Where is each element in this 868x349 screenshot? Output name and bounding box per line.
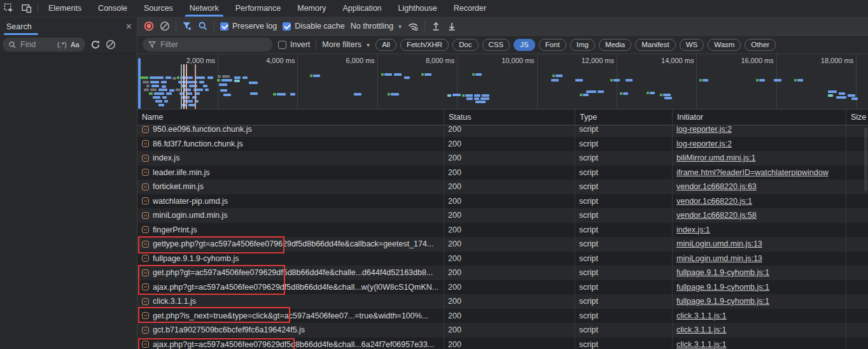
chevron-down-icon: ▾	[398, 23, 402, 30]
waterfall-bar	[794, 79, 797, 82]
initiator-link[interactable]: biliMirror.umd.mini.js:1	[676, 153, 755, 162]
initiator-link[interactable]: index.js:1	[676, 225, 710, 234]
table-scrollbar-thumb[interactable]	[864, 127, 867, 191]
initiator-link[interactable]: miniLogin.umd.min.js:13	[676, 254, 762, 263]
disable-cache-toggle[interactable]: Disable cache	[283, 22, 345, 31]
filter-chip-media[interactable]: Media	[599, 39, 631, 51]
initiator-link[interactable]: fullpage.9.1.9-cyhomb.js:1	[676, 268, 769, 277]
tab-recorder[interactable]: Recorder	[445, 0, 494, 17]
column-header-type[interactable]: Type	[575, 110, 672, 125]
search-panel-title: Search	[5, 22, 33, 31]
table-row[interactable]: miniLogin.umd.min.js200scriptvendor.1c66…	[137, 208, 868, 223]
record-network-log-button[interactable]	[144, 21, 154, 31]
request-name: fingerPrint.js	[153, 225, 197, 234]
overview-canvas[interactable]: 2,000 ms4,000 ms6,000 ms8,000 ms10,000 m…	[137, 54, 868, 110]
column-header-initiator[interactable]: Initiator	[672, 110, 846, 125]
toolbar-divider	[176, 21, 176, 31]
tab-memory[interactable]: Memory	[289, 0, 334, 17]
initiator-link[interactable]: vendor.1c668220.js:58	[676, 211, 757, 220]
column-header-status[interactable]: Status	[444, 110, 575, 125]
name-cell: leader.iife.min.js	[137, 166, 444, 180]
initiator-link[interactable]: vendor.1c668220.js:1	[676, 197, 752, 206]
table-row[interactable]: fingerPrint.js200scriptindex.js:1	[137, 223, 868, 238]
table-row[interactable]: ajax.php?gt=ac597a4506fee079629df5d8b66d…	[137, 280, 868, 295]
request-name: get.php?is_next=true&type=click&gt=ac597…	[153, 311, 428, 320]
table-row[interactable]: get.php?gt=ac597a4506fee079629df5d8b66dd…	[137, 266, 868, 280]
initiator-link[interactable]: fullpage.9.1.9-cyhomb.js:1	[676, 283, 769, 292]
preserve-log-toggle[interactable]: Preserve log	[220, 22, 277, 31]
column-header-name[interactable]: Name	[137, 110, 444, 125]
match-case-toggle[interactable]: Aa	[71, 41, 80, 48]
filter-chip-all[interactable]: All	[375, 39, 396, 51]
table-row[interactable]: forticket.min.js200scriptvendor.1c668220…	[137, 180, 868, 194]
inspect-element-button[interactable]	[0, 0, 18, 17]
device-toolbar-button[interactable]	[18, 0, 36, 17]
filter-input[interactable]	[160, 40, 249, 49]
throttling-select[interactable]: No throttling ▾	[351, 22, 402, 31]
name-cell: fingerPrint.js	[137, 223, 444, 238]
initiator-link[interactable]: click.3.1.1.js:1	[676, 325, 727, 334]
regex-toggle[interactable]: (.*)	[57, 41, 67, 48]
table-row[interactable]: gettype.php?gt=ac597a4506fee079629df5d8b…	[137, 237, 868, 252]
search-find-bar: (.*) Aa	[0, 36, 137, 53]
initiator-link[interactable]: click.3.1.1.js:1	[676, 340, 727, 349]
more-filters-dropdown[interactable]: More filters ▾	[322, 40, 370, 49]
find-input[interactable]	[20, 40, 53, 49]
tab-network[interactable]: Network	[181, 0, 227, 17]
table-row[interactable]: click.3.1.1.js200scriptfullpage.9.1.9-cy…	[137, 294, 868, 309]
waterfall-bar	[851, 97, 858, 100]
initiator-link[interactable]: vendor.1c668220.js:63	[676, 182, 757, 191]
column-header-size[interactable]: Size	[846, 110, 868, 125]
filter-chip-doc[interactable]: Doc	[452, 39, 478, 51]
overview-event-line	[181, 64, 182, 110]
overview-left-grip[interactable]	[138, 58, 141, 109]
table-row[interactable]: get.php?is_next=true&type=click&gt=ac597…	[137, 309, 868, 324]
table-row[interactable]: 86.fd3f7.function.chunk.js200scriptlog-r…	[137, 137, 868, 152]
request-name: index.js	[153, 153, 179, 162]
search-network-button[interactable]	[198, 21, 208, 31]
waterfall-bar	[552, 75, 555, 77]
filter-chip-ws[interactable]: WS	[680, 39, 704, 51]
invert-filter-toggle[interactable]: Invert	[278, 40, 310, 49]
tab-application[interactable]: Application	[334, 0, 389, 17]
refresh-button[interactable]	[90, 39, 101, 50]
filter-chip-manifest[interactable]: Manifest	[635, 39, 675, 51]
export-har-button[interactable]	[447, 21, 457, 31]
size-cell	[846, 194, 868, 209]
tab-sources[interactable]: Sources	[136, 0, 181, 17]
filter-chip-css[interactable]: CSS	[482, 39, 510, 51]
table-row[interactable]: leader.iife.min.js200scriptiframe.html?l…	[137, 166, 868, 180]
initiator-link[interactable]: log-reporter.js:2	[676, 139, 732, 148]
table-row[interactable]: 950.ee096.function.chunk.js200scriptlog-…	[137, 125, 868, 137]
initiator-link[interactable]: log-reporter.js:2	[676, 125, 732, 134]
filter-chip-wasm[interactable]: Wasm	[708, 39, 741, 51]
close-icon[interactable]: ×	[126, 22, 132, 32]
waterfall-bar	[158, 89, 167, 91]
network-conditions-button[interactable]	[407, 21, 419, 31]
table-row[interactable]: fullpage.9.1.9-cyhomb.js200scriptminiLog…	[137, 252, 868, 266]
initiator-link[interactable]: click.3.1.1.js:1	[676, 311, 727, 320]
filter-toggle-button[interactable]	[182, 21, 192, 31]
initiator-link[interactable]: fullpage.9.1.9-cyhomb.js:1	[676, 297, 769, 306]
invert-label: Invert	[290, 40, 310, 49]
table-row[interactable]: watchlater-pip.umd.js200scriptvendor.1c6…	[137, 194, 868, 209]
table-row[interactable]: ajax.php?gt=ac597a4506fee079629df5d8b66d…	[137, 338, 868, 349]
clear-search-button[interactable]	[106, 39, 116, 50]
tab-performance[interactable]: Performance	[227, 0, 290, 17]
initiator-link[interactable]: miniLogin.umd.min.js:13	[676, 239, 762, 248]
preserve-log-label: Preserve log	[232, 22, 277, 31]
filter-chip-js[interactable]: JS	[514, 39, 535, 51]
filter-chip-font[interactable]: Font	[539, 39, 566, 51]
filter-chip-other[interactable]: Other	[745, 39, 776, 51]
table-row[interactable]: index.js200scriptbiliMirror.umd.mini.js:…	[137, 151, 868, 166]
tab-lighthouse[interactable]: Lighthouse	[390, 0, 445, 17]
request-name: fullpage.9.1.9-cyhomb.js	[153, 254, 239, 263]
table-row[interactable]: gct.b71a9027509bc6bcfef9fc6a196424f5.js2…	[137, 323, 868, 338]
tab-console[interactable]: Console	[90, 0, 136, 17]
initiator-link[interactable]: iframe.html?leaderID=watchlaterpipwindow	[676, 168, 829, 177]
clear-network-log-button[interactable]	[160, 21, 170, 31]
import-har-button[interactable]	[431, 21, 441, 31]
filter-chip-img[interactable]: Img	[570, 39, 595, 51]
filter-chip-fetch/xhr[interactable]: Fetch/XHR	[400, 39, 449, 51]
tab-elements[interactable]: Elements	[40, 0, 90, 17]
